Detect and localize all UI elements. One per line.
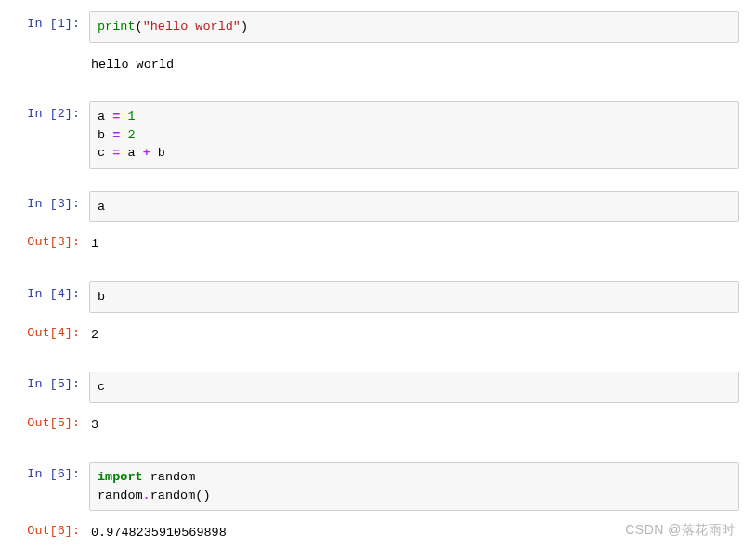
token-import: import bbox=[98, 470, 143, 484]
prompt-out-4: Out[4]: bbox=[17, 320, 89, 340]
prompt-empty bbox=[17, 50, 89, 56]
prompt-out-3: Out[3]: bbox=[17, 229, 89, 249]
token-string: "hello world" bbox=[143, 20, 241, 33]
prompt-in-3: In [3]: bbox=[17, 191, 89, 211]
code-cell-4[interactable]: b bbox=[89, 281, 739, 313]
token-rparen: ) bbox=[241, 20, 248, 33]
cell-4-input[interactable]: In [4]: b bbox=[17, 281, 739, 313]
cell-3-input[interactable]: In [3]: a bbox=[17, 191, 739, 223]
token-lparen: ( bbox=[136, 20, 143, 33]
output-5: 3 bbox=[89, 411, 739, 440]
cell-5-output: Out[5]: 3 bbox=[17, 411, 739, 440]
prompt-in-6: In [6]: bbox=[17, 462, 89, 481]
cell-1-output: hello world bbox=[17, 50, 739, 80]
prompt-in-1: In [1]: bbox=[17, 11, 89, 31]
output-3: 1 bbox=[89, 229, 739, 259]
prompt-out-5: Out[5]: bbox=[17, 411, 89, 430]
prompt-in-2: In [2]: bbox=[17, 101, 89, 121]
cell-6-input[interactable]: In [6]: import random random.random() bbox=[17, 462, 739, 511]
output-1: hello world bbox=[89, 50, 739, 80]
cell-2-input[interactable]: In [2]: a = 1 b = 2 c = a + b bbox=[17, 101, 739, 169]
prompt-out-6: Out[6]: bbox=[17, 518, 89, 538]
code-cell-3[interactable]: a bbox=[89, 191, 739, 223]
cell-5-input[interactable]: In [5]: c bbox=[17, 372, 739, 403]
code-cell-6[interactable]: import random random.random() bbox=[89, 462, 739, 511]
output-4: 2 bbox=[89, 320, 739, 350]
cell-3-output: Out[3]: 1 bbox=[17, 229, 739, 259]
cell-4-output: Out[4]: 2 bbox=[17, 320, 739, 350]
code-cell-1[interactable]: print("hello world") bbox=[89, 11, 739, 43]
code-cell-2[interactable]: a = 1 b = 2 c = a + b bbox=[89, 101, 739, 169]
watermark: CSDN @落花雨时 bbox=[625, 522, 736, 539]
prompt-in-5: In [5]: bbox=[17, 372, 89, 391]
token-print: print bbox=[98, 20, 136, 33]
code-cell-5[interactable]: c bbox=[89, 372, 739, 403]
prompt-in-4: In [4]: bbox=[17, 281, 89, 301]
cell-1-input[interactable]: In [1]: print("hello world") bbox=[17, 11, 739, 43]
